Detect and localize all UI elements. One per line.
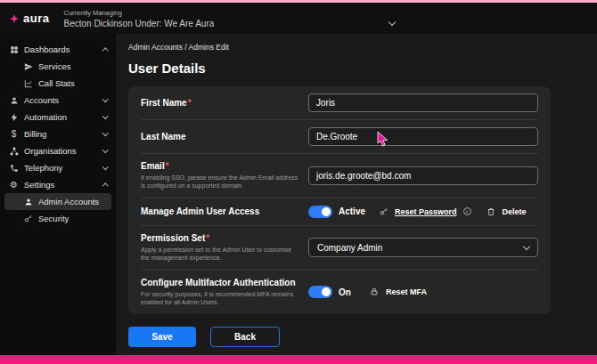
last-name-label: Last Name xyxy=(141,132,299,142)
person-icon xyxy=(9,95,19,105)
chevron-down-icon xyxy=(102,147,108,152)
automation-icon xyxy=(9,112,19,122)
info-icon[interactable] xyxy=(463,207,471,215)
currently-managing-label: Currently Managing xyxy=(63,9,395,17)
form-actions: Save Back xyxy=(128,327,597,347)
managed-company-value: Becton Dickinson Under: We Are Aura xyxy=(63,19,214,28)
sidebar-item-admin-accounts[interactable]: Admin Accounts xyxy=(4,193,111,210)
chevron-down-icon xyxy=(388,19,396,26)
permission-set-select[interactable]: Company Admin xyxy=(308,238,538,257)
reset-mfa-button[interactable]: Reset MFA xyxy=(386,287,427,296)
chevron-down-icon xyxy=(102,113,108,118)
main-content: Admin Accounts / Admins Edit User Detail… xyxy=(116,34,597,355)
sidebar-item-billing[interactable]: $ Billing xyxy=(0,125,116,142)
sidebar-item-label: Dashboards xyxy=(24,44,98,54)
admin-access-label: Manage Admin User Access xyxy=(141,206,299,216)
services-icon xyxy=(23,61,33,71)
back-button[interactable]: Back xyxy=(210,327,280,347)
chevron-up-icon xyxy=(102,48,108,53)
sidebar-item-label: Admin Accounts xyxy=(38,197,102,206)
reset-password-key-icon xyxy=(379,206,388,216)
sidebar-item-label: Settings xyxy=(24,180,98,190)
first-name-label: First Name* xyxy=(141,98,299,108)
reset-password-link[interactable]: Reset Password xyxy=(395,207,457,216)
gear-icon: ⚙ xyxy=(9,180,19,190)
delete-button[interactable]: Delete xyxy=(503,207,527,216)
page-title: User Details xyxy=(128,61,597,76)
toggle-knob xyxy=(322,287,331,296)
key-icon xyxy=(23,214,33,223)
bottom-accent-bar xyxy=(0,355,597,364)
sidebar-item-accounts[interactable]: Accounts xyxy=(0,92,116,109)
required-mark: * xyxy=(206,233,209,243)
sidebar-item-label: Call Stats xyxy=(38,78,107,88)
mfa-toggle[interactable] xyxy=(308,286,332,298)
email-label: Email* xyxy=(141,161,299,171)
permission-set-helper-text: Apply a permission set to the Admin User… xyxy=(141,246,299,263)
chevron-down-icon xyxy=(102,164,108,169)
topbar: aura Currently Managing Becton Dickinson… xyxy=(0,3,597,34)
mfa-helper-text: For security purposes, it is recommended… xyxy=(141,290,299,307)
mfa-row: Configure Multifactor Authentication For… xyxy=(141,271,538,314)
admin-access-row: Manage Admin User Access Active Reset Pa… xyxy=(141,198,538,226)
aura-logo-icon xyxy=(9,13,19,23)
sidebar-item-label: Accounts xyxy=(24,95,98,105)
phone-icon xyxy=(9,163,19,173)
organisations-icon xyxy=(9,146,19,156)
sidebar-item-label: Automation xyxy=(24,112,98,122)
email-row: Email* If enabling SSO, please ensure th… xyxy=(141,154,538,198)
sidebar-item-security[interactable]: Security xyxy=(0,210,116,227)
sidebar-item-organisations[interactable]: Organisations xyxy=(0,142,116,159)
dashboard-icon xyxy=(9,44,19,54)
sidebar-item-telephony[interactable]: Telephony xyxy=(0,159,116,176)
last-name-input[interactable] xyxy=(308,127,538,146)
sidebar-item-label: Security xyxy=(38,214,107,223)
active-toggle[interactable] xyxy=(308,206,332,218)
sidebar-item-services[interactable]: Services xyxy=(0,58,116,75)
sidebar-item-dashboards[interactable]: Dashboards xyxy=(0,41,116,58)
chart-icon xyxy=(23,78,33,88)
user-details-card: First Name* Last Name Email* If enabling… xyxy=(128,86,551,314)
mfa-label: Configure Multifactor Authentication xyxy=(141,278,299,287)
required-mark: * xyxy=(166,161,169,171)
permission-set-label: Permission Set* xyxy=(141,233,299,243)
permission-set-row: Permission Set* Apply a permission set t… xyxy=(141,226,538,271)
lock-icon xyxy=(370,287,380,297)
sidebar-item-label: Telephony xyxy=(24,163,98,173)
admin-person-icon xyxy=(23,197,33,206)
chevron-down-icon xyxy=(523,243,530,250)
chevron-down-icon xyxy=(102,130,108,135)
currently-managing: Currently Managing Becton Dickinson Unde… xyxy=(63,9,395,28)
sidebar-item-call-stats[interactable]: Call Stats xyxy=(0,75,116,92)
billing-icon: $ xyxy=(9,129,19,139)
sidebar-item-settings[interactable]: ⚙ Settings xyxy=(0,176,116,193)
top-accent-line xyxy=(0,0,597,3)
sidebar-item-label: Billing xyxy=(24,129,98,139)
required-mark: * xyxy=(188,98,192,108)
sidebar-item-label: Services xyxy=(38,61,107,71)
aura-logo: aura xyxy=(9,12,49,25)
email-input[interactable] xyxy=(308,166,538,185)
managed-company-select[interactable]: Becton Dickinson Under: We Are Aura xyxy=(63,19,395,28)
first-name-row: First Name* xyxy=(141,86,538,120)
active-toggle-label: Active xyxy=(339,206,365,216)
chevron-down-icon xyxy=(102,96,108,101)
last-name-row: Last Name xyxy=(141,120,538,154)
permission-set-value: Company Admin xyxy=(317,243,382,253)
sidebar-item-label: Organisations xyxy=(24,146,98,156)
email-helper-text: If enabling SSO, please ensure the Admin… xyxy=(141,174,299,190)
first-name-input[interactable] xyxy=(308,93,538,112)
save-button[interactable]: Save xyxy=(128,327,196,347)
mfa-toggle-label: On xyxy=(339,287,351,297)
chevron-up-icon xyxy=(102,183,108,189)
breadcrumb: Admin Accounts / Admins Edit xyxy=(128,43,597,52)
logo-text: aura xyxy=(23,12,49,25)
sidebar: Dashboards Services Call Stats Accounts … xyxy=(0,34,116,355)
trash-icon xyxy=(487,206,496,216)
sidebar-item-automation[interactable]: Automation xyxy=(0,109,116,125)
toggle-knob xyxy=(322,207,331,216)
